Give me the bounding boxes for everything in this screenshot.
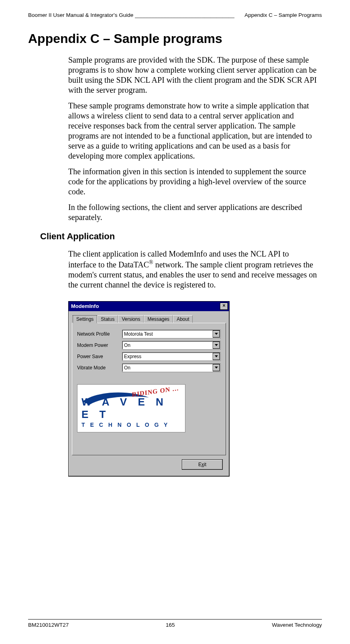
tab-versions[interactable]: Versions xyxy=(118,315,144,323)
registered-mark: ® xyxy=(149,259,153,265)
exit-post: it xyxy=(204,462,206,467)
tab-panel-settings: Network Profile Motorola Test Modem Powe… xyxy=(72,323,226,455)
exit-pre: E xyxy=(198,462,201,467)
page-footer: BM210012WT27 165 Wavenet Technology xyxy=(28,619,322,628)
combo-network-profile-value: Motorola Test xyxy=(122,331,212,337)
window: ModemInfo × Settings Status Versions Mes… xyxy=(68,301,230,477)
chevron-down-icon[interactable] xyxy=(213,330,220,338)
footer-left: BM210012WT27 xyxy=(28,622,69,628)
tab-about[interactable]: About xyxy=(173,315,193,323)
exit-button[interactable]: Exit xyxy=(182,459,223,470)
button-bar: Exit xyxy=(72,455,226,473)
title-bar: ModemInfo × xyxy=(69,302,229,311)
page: Boomer II User Manual & Integrator's Gui… xyxy=(0,0,350,644)
wavenet-logo: RIDING ON … W A V E N E T T E C H N O L … xyxy=(77,384,185,432)
running-header: Boomer II User Manual & Integrator's Gui… xyxy=(28,12,322,18)
combo-power-save[interactable]: Express xyxy=(122,352,221,361)
row-vibrate-mode: Vibrate Mode On xyxy=(77,363,221,372)
header-separator: _________________________________ xyxy=(135,12,243,18)
label-modem-power: Modem Power xyxy=(77,342,122,348)
label-network-profile: Network Profile xyxy=(77,331,122,337)
tab-status[interactable]: Status xyxy=(97,315,118,323)
logo-tech: T E C H N O L O G Y xyxy=(81,422,181,428)
tab-strip: Settings Status Versions Messages About xyxy=(73,315,226,323)
window-title: ModemInfo xyxy=(71,303,220,309)
para-1: Sample programs are provided with the SD… xyxy=(68,55,318,95)
combo-power-save-value: Express xyxy=(122,354,212,359)
chevron-down-icon[interactable] xyxy=(213,342,220,349)
combo-vibrate-mode[interactable]: On xyxy=(122,363,221,372)
label-vibrate-mode: Vibrate Mode xyxy=(77,365,122,371)
para-3: The information given in this section is… xyxy=(68,167,318,197)
row-network-profile: Network Profile Motorola Test xyxy=(77,330,221,338)
client-app-para: The client application is called ModemIn… xyxy=(68,249,318,290)
section-heading-client-application: Client Application xyxy=(40,231,322,242)
chevron-down-icon[interactable] xyxy=(213,353,220,360)
row-power-save: Power Save Express xyxy=(77,352,221,361)
screenshot-modeminfo: ModemInfo × Settings Status Versions Mes… xyxy=(68,301,322,477)
label-power-save: Power Save xyxy=(77,354,122,359)
window-client-area: Settings Status Versions Messages About … xyxy=(69,311,229,476)
close-button[interactable]: × xyxy=(220,303,228,310)
footer-right: Wavenet Technology xyxy=(272,622,322,628)
combo-vibrate-mode-value: On xyxy=(122,365,212,371)
para-client: The client application is called ModemIn… xyxy=(68,249,318,290)
page-title: Appendix C – Sample programs xyxy=(28,31,322,46)
combo-modem-power[interactable]: On xyxy=(122,341,221,350)
row-modem-power: Modem Power On xyxy=(77,341,221,350)
body-text: Sample programs are provided with the SD… xyxy=(68,55,318,222)
tab-messages[interactable]: Messages xyxy=(144,315,173,323)
para-4: In the following sections, the client an… xyxy=(68,202,318,222)
tab-settings[interactable]: Settings xyxy=(73,315,97,323)
header-section: Appendix C – Sample Programs xyxy=(244,12,322,18)
para-2: These sample programs demonstrate how to… xyxy=(68,101,318,161)
footer-center: 165 xyxy=(166,622,175,628)
chevron-down-icon[interactable] xyxy=(213,364,220,371)
combo-modem-power-value: On xyxy=(122,342,212,348)
combo-network-profile[interactable]: Motorola Test xyxy=(122,330,221,338)
header-doc-title: Boomer II User Manual & Integrator's Gui… xyxy=(28,12,133,18)
